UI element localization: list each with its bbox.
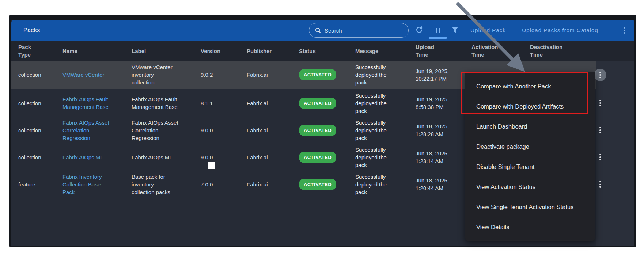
pack-name-link[interactable]: Fabrix AIOps Asset Correlation Regressio…	[62, 120, 109, 141]
upload-time-cell: Jun 18, 2025, 1:28:28 AM	[409, 122, 465, 138]
active-tab-indicator	[429, 37, 447, 39]
version-cell: 9.0.2	[194, 71, 240, 79]
column-header: Version	[194, 47, 240, 55]
row-kebab-icon[interactable]	[594, 124, 606, 136]
column-header: Label	[125, 47, 194, 55]
pack-type-cell: collection	[11, 126, 56, 134]
message-cell: Successfully deployed the pack	[348, 173, 409, 196]
row-context-menu: Compare with Another PackCompare with De…	[465, 72, 595, 241]
pack-name-link[interactable]: Fabrix Inventory Collection Base Pack	[62, 174, 102, 195]
pack-name-cell: Fabrix AIOps Asset Correlation Regressio…	[56, 119, 125, 142]
pack-type-cell: collection	[11, 99, 56, 107]
pack-name-link[interactable]: Fabrix AIOps ML	[62, 154, 103, 160]
pack-type-cell: feature	[11, 181, 56, 188]
pack-name-cell: VMWare vCenter	[56, 71, 125, 79]
context-menu-item[interactable]: Launch Dashboard	[465, 117, 595, 137]
version-cell: 9.0.0	[194, 126, 240, 134]
upload-time-cell: Jun 18, 2025, 1:20:44 AM	[409, 177, 465, 192]
status-cell: ACTIVATED	[292, 98, 348, 109]
refresh-icon[interactable]	[415, 26, 424, 35]
status-cell: ACTIVATED	[292, 125, 348, 136]
pack-label-cell: Base pack for inventory collection packs	[125, 173, 194, 196]
context-menu-item[interactable]: View Single Tenant Activation Status	[465, 197, 595, 217]
upload-time-cell: Jun 19, 2025, 8:58:38 PM	[409, 95, 465, 111]
column-header: Upload Time	[409, 43, 465, 58]
message-cell: Successfully deployed the pack	[348, 92, 409, 115]
pack-type-cell: collection	[11, 154, 56, 161]
search-icon	[315, 27, 321, 34]
row-actions-cell	[589, 170, 634, 198]
version-cell: 8.1.1	[194, 99, 240, 107]
pack-label-cell: VMware vCenter inventory collection	[125, 63, 194, 86]
pack-name-cell: Fabrix AIOps ML	[56, 154, 125, 161]
message-cell: Successfully deployed the pack	[348, 63, 409, 86]
column-header: Message	[348, 47, 409, 55]
column-header: Deactivation Time	[523, 43, 589, 58]
context-menu-item[interactable]: Compare with Another Pack	[465, 76, 595, 97]
column-header: Name	[56, 47, 125, 55]
row-actions-cell	[589, 89, 634, 117]
pack-name-link[interactable]: VMWare vCenter	[62, 72, 104, 78]
table-header-row: Pack TypeNameLabelVersionPublisherStatus…	[11, 41, 634, 61]
publisher-cell: Fabrix.ai	[240, 154, 292, 161]
app-header-bar: Packs Upload Pack Upload Packs from Cata…	[11, 20, 634, 41]
pause-icon[interactable]	[436, 28, 440, 33]
publisher-cell: Fabrix.ai	[240, 99, 292, 107]
row-kebab-icon[interactable]	[594, 178, 606, 190]
upload-packs-from-catalog-button[interactable]: Upload Packs from Catalog	[522, 27, 598, 34]
status-cell: ACTIVATED	[292, 69, 348, 80]
column-header: Pack Type	[11, 43, 56, 58]
page-title: Packs	[23, 27, 40, 34]
message-cell: Successfully deployed the pack	[348, 119, 409, 142]
upload-pack-button[interactable]: Upload Pack	[470, 27, 506, 34]
pack-type-cell: collection	[11, 71, 56, 79]
row-actions-cell	[589, 61, 634, 89]
filter-icon[interactable]	[451, 26, 459, 34]
context-menu-item[interactable]: Compare with Deployed Artifacts	[465, 97, 595, 117]
column-header: Publisher	[240, 47, 292, 55]
publisher-cell: Fabrix.ai	[240, 126, 292, 134]
status-badge: ACTIVATED	[299, 69, 336, 80]
context-menu-item[interactable]: Deactivate package	[465, 137, 595, 157]
column-header: Activation Time	[465, 43, 523, 58]
row-actions-cell	[589, 116, 634, 144]
row-kebab-icon[interactable]	[594, 97, 606, 109]
status-badge: ACTIVATED	[299, 98, 336, 109]
header-overflow-icon[interactable]	[624, 27, 625, 34]
publisher-cell: Fabrix.ai	[240, 181, 292, 188]
pack-label-cell: Fabrix AIOps Fault Management Base	[125, 95, 194, 111]
version-cell: 9.0.0	[194, 154, 240, 161]
upload-time-cell: Jun 18, 2025, 1:23:14 AM	[409, 150, 465, 165]
pack-label-cell: Fabrix AIOps ML	[125, 154, 194, 161]
row-actions-cell	[589, 143, 634, 171]
pack-name-cell: Fabrix AIOps Fault Management Base	[56, 95, 125, 111]
status-cell: ACTIVATED	[292, 179, 348, 190]
context-menu-item[interactable]: Disable Single Tenant	[465, 157, 595, 177]
search-input[interactable]	[325, 27, 394, 34]
status-badge: ACTIVATED	[299, 179, 336, 190]
column-header: Status	[292, 47, 348, 55]
row-kebab-icon[interactable]	[594, 69, 606, 81]
context-menu-item[interactable]: View Details	[465, 217, 595, 237]
status-cell: ACTIVATED	[292, 152, 348, 163]
context-menu-item[interactable]: View Activation Status	[465, 177, 595, 197]
status-badge: ACTIVATED	[299, 125, 336, 136]
pack-label-cell: Fabrix AIOps Asset Correlation Regressio…	[125, 119, 194, 142]
text-cursor-artifact	[208, 162, 215, 169]
upload-time-cell: Jun 19, 2025, 10:22:17 PM	[409, 67, 465, 83]
status-badge: ACTIVATED	[299, 152, 336, 163]
version-cell: 7.0.0	[194, 181, 240, 188]
pack-name-cell: Fabrix Inventory Collection Base Pack	[56, 173, 125, 196]
pack-name-link[interactable]: Fabrix AIOps Fault Management Base	[62, 96, 109, 110]
publisher-cell: Fabrix.ai	[240, 71, 292, 79]
row-kebab-icon[interactable]	[594, 151, 606, 163]
message-cell: Successfully deployed the pack	[348, 146, 409, 169]
search-box[interactable]	[309, 23, 409, 38]
